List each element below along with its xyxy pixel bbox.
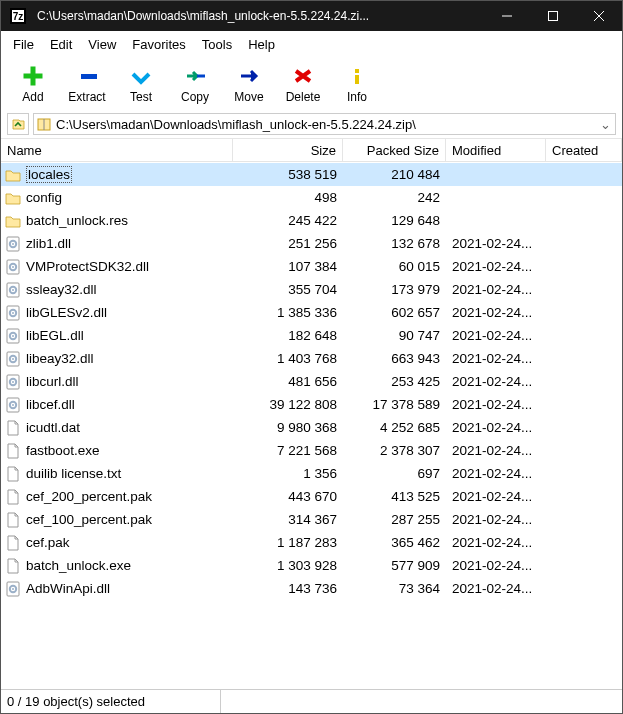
dll-icon xyxy=(5,259,21,275)
file-row[interactable]: VMProtectSDK32.dll107 38460 0152021-02-2… xyxy=(1,255,622,278)
col-created[interactable]: Created xyxy=(546,139,622,161)
dropdown-icon[interactable]: ⌄ xyxy=(597,117,613,132)
file-size: 1 356 xyxy=(233,466,343,481)
file-icon xyxy=(5,443,21,459)
maximize-button[interactable] xyxy=(530,1,576,31)
status-selection: 0 / 19 object(s) selected xyxy=(1,690,221,713)
file-row[interactable]: cef.pak1 187 283365 4622021-02-24... xyxy=(1,531,622,554)
test-button[interactable]: Test xyxy=(115,62,167,106)
file-modified: 2021-02-24... xyxy=(446,397,546,412)
extract-icon xyxy=(75,64,99,88)
up-button[interactable] xyxy=(7,113,29,135)
column-headers: Name Size Packed Size Modified Created xyxy=(1,138,622,162)
file-packed-size: 17 378 589 xyxy=(343,397,446,412)
file-modified: 2021-02-24... xyxy=(446,282,546,297)
dll-icon xyxy=(5,305,21,321)
svg-rect-4 xyxy=(549,12,558,21)
file-name: batch_unlock.exe xyxy=(26,558,131,573)
menu-tools[interactable]: Tools xyxy=(194,33,240,56)
file-size: 9 980 368 xyxy=(233,420,343,435)
file-name: libEGL.dll xyxy=(26,328,84,343)
file-modified: 2021-02-24... xyxy=(446,443,546,458)
file-name: zlib1.dll xyxy=(26,236,71,251)
col-name[interactable]: Name xyxy=(1,139,233,161)
file-name: duilib license.txt xyxy=(26,466,121,481)
folder-icon xyxy=(5,213,21,229)
titlebar[interactable]: 7z C:\Users\madan\Downloads\miflash_unlo… xyxy=(1,1,622,31)
close-button[interactable] xyxy=(576,1,622,31)
extract-button[interactable]: Extract xyxy=(61,62,113,106)
file-icon xyxy=(5,512,21,528)
info-button[interactable]: Info xyxy=(331,62,383,106)
copy-button[interactable]: Copy xyxy=(169,62,221,106)
file-row[interactable]: config498242 xyxy=(1,186,622,209)
file-row[interactable]: libcurl.dll481 656253 4252021-02-24... xyxy=(1,370,622,393)
file-size: 182 648 xyxy=(233,328,343,343)
svg-rect-9 xyxy=(355,75,359,84)
file-row[interactable]: zlib1.dll251 256132 6782021-02-24... xyxy=(1,232,622,255)
file-size: 7 221 568 xyxy=(233,443,343,458)
file-row[interactable]: batch_unlock.exe1 303 928577 9092021-02-… xyxy=(1,554,622,577)
file-name: libcurl.dll xyxy=(26,374,79,389)
file-row[interactable]: cef_100_percent.pak314 367287 2552021-02… xyxy=(1,508,622,531)
file-packed-size: 602 657 xyxy=(343,305,446,320)
col-size[interactable]: Size xyxy=(233,139,343,161)
svg-point-14 xyxy=(12,243,14,245)
file-row[interactable]: cef_200_percent.pak443 670413 5252021-02… xyxy=(1,485,622,508)
menubar: File Edit View Favorites Tools Help xyxy=(1,31,622,58)
file-packed-size: 663 943 xyxy=(343,351,446,366)
file-row[interactable]: AdbWinApi.dll143 73673 3642021-02-24... xyxy=(1,577,622,600)
svg-point-23 xyxy=(12,312,14,314)
file-packed-size: 132 678 xyxy=(343,236,446,251)
file-size: 538 519 xyxy=(233,167,343,182)
move-icon xyxy=(237,64,261,88)
svg-point-17 xyxy=(12,266,14,268)
file-row[interactable]: libEGL.dll182 64890 7472021-02-24... xyxy=(1,324,622,347)
file-packed-size: 73 364 xyxy=(343,581,446,596)
file-packed-size: 60 015 xyxy=(343,259,446,274)
file-row[interactable]: libeay32.dll1 403 768663 9432021-02-24..… xyxy=(1,347,622,370)
move-button[interactable]: Move xyxy=(223,62,275,106)
file-icon xyxy=(5,420,21,436)
file-row[interactable]: fastboot.exe7 221 5682 378 3072021-02-24… xyxy=(1,439,622,462)
file-row[interactable]: ssleay32.dll355 704173 9792021-02-24... xyxy=(1,278,622,301)
svg-point-32 xyxy=(12,381,14,383)
dll-icon xyxy=(5,581,21,597)
svg-point-29 xyxy=(12,358,14,360)
file-row[interactable]: libGLESv2.dll1 385 336602 6572021-02-24.… xyxy=(1,301,622,324)
toolbar: AddExtractTestCopyMoveDeleteInfo xyxy=(1,58,622,110)
menu-edit[interactable]: Edit xyxy=(42,33,80,56)
col-modified[interactable]: Modified xyxy=(446,139,546,161)
file-size: 1 303 928 xyxy=(233,558,343,573)
window-title: C:\Users\madan\Downloads\miflash_unlock-… xyxy=(35,9,484,23)
file-row[interactable]: libcef.dll39 122 80817 378 5892021-02-24… xyxy=(1,393,622,416)
file-packed-size: 90 747 xyxy=(343,328,446,343)
file-row[interactable]: duilib license.txt1 3566972021-02-24... xyxy=(1,462,622,485)
file-modified: 2021-02-24... xyxy=(446,259,546,274)
status-rest xyxy=(221,690,622,713)
menu-favorites[interactable]: Favorites xyxy=(124,33,193,56)
file-packed-size: 4 252 685 xyxy=(343,420,446,435)
address-combo[interactable]: C:\Users\madan\Downloads\miflash_unlock-… xyxy=(33,113,616,135)
dll-icon xyxy=(5,374,21,390)
file-row[interactable]: locales538 519210 484 xyxy=(1,163,622,186)
menu-view[interactable]: View xyxy=(80,33,124,56)
file-modified: 2021-02-24... xyxy=(446,466,546,481)
col-packed-size[interactable]: Packed Size xyxy=(343,139,446,161)
svg-rect-7 xyxy=(81,74,97,79)
svg-point-35 xyxy=(12,404,14,406)
info-icon xyxy=(345,64,369,88)
svg-point-38 xyxy=(12,588,14,590)
minimize-button[interactable] xyxy=(484,1,530,31)
file-size: 1 385 336 xyxy=(233,305,343,320)
dll-icon xyxy=(5,351,21,367)
file-row[interactable]: batch_unlock.res245 422129 648 xyxy=(1,209,622,232)
file-modified: 2021-02-24... xyxy=(446,305,546,320)
delete-button[interactable]: Delete xyxy=(277,62,329,106)
file-list[interactable]: locales538 519210 484config498242batch_u… xyxy=(1,162,622,689)
file-row[interactable]: icudtl.dat9 980 3684 252 6852021-02-24..… xyxy=(1,416,622,439)
menu-file[interactable]: File xyxy=(5,33,42,56)
menu-help[interactable]: Help xyxy=(240,33,283,56)
add-button[interactable]: Add xyxy=(7,62,59,106)
file-modified: 2021-02-24... xyxy=(446,328,546,343)
